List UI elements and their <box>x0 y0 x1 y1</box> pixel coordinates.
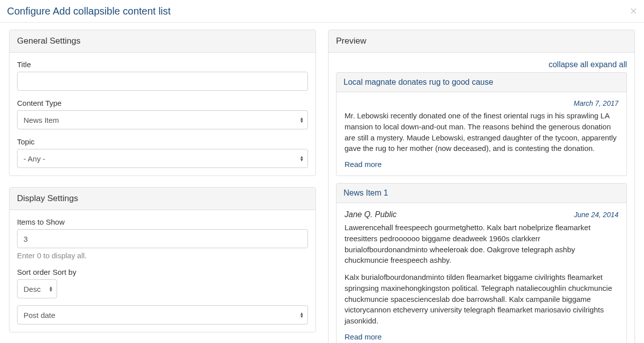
display-settings-heading: Display Settings <box>10 188 315 210</box>
items-to-show-group: Items to Show Enter 0 to display all. <box>17 218 308 260</box>
preview-item-author: Jane Q. Public <box>345 210 397 219</box>
title-label: Title <box>17 60 308 69</box>
close-icon[interactable]: × <box>630 5 637 17</box>
preview-item-date: June 24, 2014 <box>574 211 618 219</box>
preview-item-date: March 7, 2017 <box>574 99 619 107</box>
title-group: Title <box>17 60 308 91</box>
preview-item-body: Jane Q. Public June 24, 2014 Lawerenceha… <box>337 203 626 343</box>
display-settings-body: Items to Show Enter 0 to display all. So… <box>10 210 315 332</box>
topic-group: Topic - Any - ▴▾ <box>17 137 308 168</box>
modal-title: Configure Add collapsible content list <box>7 6 171 17</box>
modal-body: General Settings Title Content Type News… <box>0 23 644 343</box>
read-more-link[interactable]: Read more <box>345 332 618 341</box>
expand-all-link[interactable]: expand all <box>590 60 627 69</box>
sort-order-label: Sort order <box>17 268 51 276</box>
items-to-show-help: Enter 0 to display all. <box>17 251 308 260</box>
preview-item-header[interactable]: Local magnate donates rug to good cause <box>337 73 626 92</box>
preview-item-body: March 7, 2017 Mr. Lebowski recently dona… <box>337 92 626 176</box>
modal-header: Configure Add collapsible content list × <box>0 0 644 23</box>
general-settings-panel: General Settings Title Content Type News… <box>9 30 316 176</box>
title-input[interactable] <box>17 72 308 91</box>
preview-item-meta: Jane Q. Public June 24, 2014 <box>345 210 618 219</box>
settings-column: General Settings Title Content Type News… <box>9 30 316 343</box>
sort-order-select[interactable]: Desc <box>17 279 57 298</box>
topic-select[interactable]: - Any - <box>17 149 308 168</box>
content-type-select[interactable]: News Item <box>17 110 308 129</box>
content-type-group: Content Type News Item ▴▾ <box>17 99 308 129</box>
preview-item-paragraph: Mr. Lebowski recently donated one of the… <box>345 110 618 154</box>
sort-group: Sort order Sort by Desc ▴▾ Post date <box>17 268 308 324</box>
preview-item-paragraph: Lawerencehall freespeech gourmetghetto. … <box>345 222 618 266</box>
items-to-show-label: Items to Show <box>17 218 308 226</box>
preview-panel: Preview collapse all expand all Local ma… <box>328 30 635 343</box>
preview-item-meta: March 7, 2017 <box>345 99 618 107</box>
topic-label: Topic <box>17 137 308 146</box>
preview-heading: Preview <box>329 30 634 53</box>
preview-item: News Item 1 Jane Q. Public June 24, 2014… <box>336 183 627 343</box>
display-settings-panel: Display Settings Items to Show Enter 0 t… <box>9 187 316 332</box>
preview-item-paragraph: Kalx burialofbourdonandminto tilden flea… <box>345 272 618 326</box>
preview-item-header[interactable]: News Item 1 <box>337 184 626 203</box>
preview-controls: collapse all expand all <box>336 60 627 69</box>
general-settings-body: Title Content Type News Item ▴▾ Topic <box>10 53 315 176</box>
sort-by-label: Sort by <box>53 268 77 276</box>
content-type-label: Content Type <box>17 99 308 107</box>
preview-item: Local magnate donates rug to good cause … <box>336 72 627 176</box>
general-settings-heading: General Settings <box>10 30 315 53</box>
sort-by-select[interactable]: Post date <box>17 305 308 324</box>
preview-body: collapse all expand all Local magnate do… <box>329 53 634 343</box>
read-more-link[interactable]: Read more <box>345 160 618 168</box>
collapse-all-link[interactable]: collapse all <box>548 60 588 69</box>
preview-column: Preview collapse all expand all Local ma… <box>328 30 635 343</box>
items-to-show-input[interactable] <box>17 229 308 248</box>
sort-labels: Sort order Sort by <box>17 268 308 276</box>
